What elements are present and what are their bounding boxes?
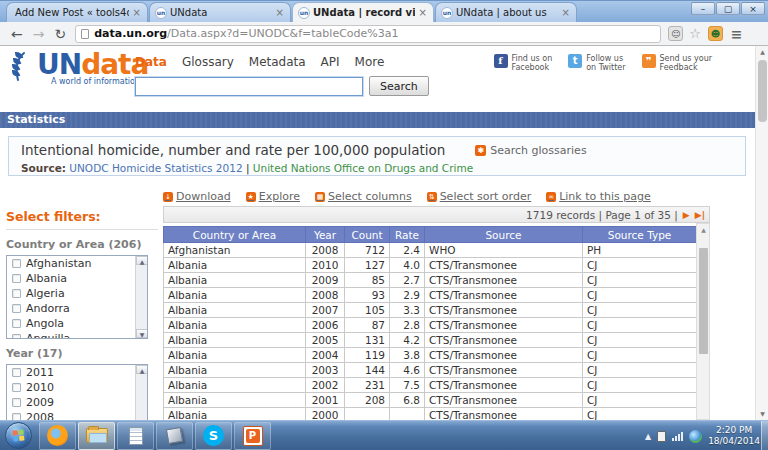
scroll-down-icon[interactable]: ▼ — [136, 329, 148, 338]
filter-listbox[interactable]: 2011201020092008▲▼ — [6, 364, 148, 420]
source-link[interactable]: UNODC Homicide Statistics 2012 — [69, 162, 242, 174]
filter-option[interactable]: Andorra — [7, 301, 147, 316]
table-row[interactable]: Albania20041193.8CTS/TransmoneeCJ — [164, 348, 697, 363]
network-globe-icon[interactable] — [689, 430, 702, 443]
filter-option[interactable]: Anguilla — [7, 331, 147, 339]
checkbox[interactable] — [12, 413, 21, 420]
bookmark-star-icon[interactable]: ☆ — [689, 26, 701, 41]
social-link[interactable]: tFollow uson Twitter — [568, 54, 625, 72]
show-desktop-button[interactable] — [761, 421, 768, 450]
window-close-button[interactable]: × — [741, 2, 765, 15]
start-button[interactable] — [5, 422, 32, 449]
nav-item-more[interactable]: More — [355, 55, 385, 69]
checkbox[interactable] — [12, 319, 21, 328]
checkbox[interactable] — [12, 304, 21, 313]
checkbox[interactable] — [12, 274, 21, 283]
nav-item-data[interactable]: Data — [135, 55, 167, 69]
filter-option[interactable]: Algeria — [7, 286, 147, 301]
tray-expand-icon[interactable]: ▲ — [645, 432, 651, 441]
column-header[interactable]: Count — [345, 227, 390, 243]
column-header[interactable]: Source Type — [583, 227, 697, 243]
scroll-up-icon[interactable]: ▲ — [136, 365, 148, 374]
tab-close-icon[interactable]: × — [132, 7, 142, 18]
taskbar-skype-button[interactable]: S — [195, 422, 232, 450]
address-bar[interactable]: data.un.org/Data.aspx?d=UNODC&f=tableCod… — [75, 25, 661, 43]
next-page-icon[interactable]: ▶ — [683, 210, 690, 220]
social-link[interactable]: ❞Send us yourFeedback — [642, 54, 712, 72]
tray-clipboard-icon[interactable] — [657, 431, 666, 442]
tab-close-icon[interactable]: × — [561, 7, 571, 18]
search-input[interactable] — [135, 77, 363, 96]
taskbar-clock[interactable]: 2:20 PM 18/04/2014 — [708, 425, 760, 447]
tab-close-icon[interactable]: × — [275, 7, 285, 18]
table-row[interactable]: Albania20022317.5CTS/TransmoneeCJ — [164, 378, 697, 393]
window-maximize-button[interactable]: ▢ — [716, 2, 740, 15]
table-scroll-thumb[interactable] — [699, 248, 708, 354]
scroll-down-icon[interactable]: ▼ — [756, 408, 768, 420]
filter-option[interactable]: 2010 — [7, 380, 147, 395]
browser-tab[interactable]: unUNdata | record view | Inte× — [292, 2, 434, 22]
filter-option[interactable]: 2011 — [7, 365, 147, 380]
table-row[interactable]: Albania2000CTS/TransmoneeCJ — [164, 408, 697, 421]
table-row[interactable]: Albania20071053.3CTS/TransmoneeCJ — [164, 303, 697, 318]
page-scroll-thumb[interactable] — [758, 60, 767, 122]
forward-button[interactable]: → — [33, 24, 45, 44]
table-row[interactable]: Albania20012086.8CTS/TransmoneeCJ — [164, 393, 697, 408]
filter-option[interactable]: Angola — [7, 316, 147, 331]
extension-icon[interactable]: ☺ — [668, 26, 683, 41]
back-button[interactable]: ← — [11, 24, 23, 44]
table-row[interactable]: Albania20051314.2CTS/TransmoneeCJ — [164, 333, 697, 348]
action-link-to-this-page[interactable]: ∞Link to this page — [546, 190, 651, 203]
column-header[interactable]: Country or Area — [164, 227, 306, 243]
checkbox[interactable] — [12, 334, 21, 339]
taskbar-explorer-button[interactable] — [78, 422, 115, 450]
nav-item-glossary[interactable]: Glossary — [182, 55, 234, 69]
browser-tab[interactable]: unUNdata | about us× — [435, 2, 577, 22]
column-header[interactable]: Rate — [390, 227, 425, 243]
network-signal-icon[interactable] — [672, 432, 683, 441]
listbox-scrollbar[interactable]: ▲▼ — [135, 365, 147, 420]
table-row[interactable]: Albania20101274.0CTS/TransmoneeCJ — [164, 258, 697, 273]
taskbar-firefox-button[interactable] — [39, 422, 76, 450]
checkbox[interactable] — [12, 289, 21, 298]
table-row[interactable]: Afghanistan20087122.4WHOPH — [164, 243, 697, 258]
reload-button[interactable]: ↻ — [54, 24, 66, 44]
extension2-icon[interactable]: ☻ — [708, 26, 723, 41]
browser-tab[interactable]: unUNdata× — [149, 2, 291, 22]
taskbar-powerpoint-button[interactable]: P — [234, 422, 271, 450]
undata-logo[interactable]: UNdata A world of information — [10, 50, 148, 86]
filter-option[interactable]: Afghanistan — [7, 256, 147, 271]
listbox-scrollbar[interactable]: ▲▼ — [135, 256, 147, 338]
taskbar-notepad-button[interactable] — [117, 422, 154, 450]
filter-option[interactable]: 2008 — [7, 410, 147, 420]
scroll-up-icon[interactable]: ▲ — [136, 256, 148, 265]
action-select-columns[interactable]: ▦Select columns — [315, 190, 412, 203]
nav-item-api[interactable]: API — [321, 55, 340, 69]
action-download[interactable]: ↓Download — [163, 190, 231, 203]
column-header[interactable]: Source — [425, 227, 583, 243]
filter-option[interactable]: Albania — [7, 271, 147, 286]
filter-option[interactable]: 2009 — [7, 395, 147, 410]
window-minimize-button[interactable]: – — [691, 2, 715, 15]
scroll-up-icon[interactable]: ▲ — [697, 226, 710, 233]
action-select-sort-order[interactable]: ⇅Select sort order — [427, 190, 532, 203]
checkbox[interactable] — [12, 383, 21, 392]
search-button[interactable]: Search — [369, 76, 429, 96]
checkbox[interactable] — [12, 398, 21, 407]
table-row[interactable]: Albania20031444.6CTS/TransmoneeCJ — [164, 363, 697, 378]
filter-listbox[interactable]: AfghanistanAlbaniaAlgeriaAndorraAngolaAn… — [6, 255, 148, 339]
page-scrollbar[interactable]: ▲ ▼ — [755, 46, 768, 420]
table-row[interactable]: Albania2008932.9CTS/TransmoneeCJ — [164, 288, 697, 303]
action-explore[interactable]: ★Explore — [246, 190, 300, 203]
nav-item-metadata[interactable]: Metadata — [249, 55, 306, 69]
tab-close-icon[interactable]: × — [418, 7, 428, 18]
taskbar-media-button[interactable] — [156, 422, 193, 450]
social-link[interactable]: fFind us onFacebook — [494, 54, 553, 72]
scroll-up-icon[interactable]: ▲ — [756, 46, 768, 58]
chrome-menu-icon[interactable]: ≡ — [731, 26, 743, 42]
table-row[interactable]: Albania2006872.8CTS/TransmoneeCJ — [164, 318, 697, 333]
checkbox[interactable] — [12, 259, 21, 268]
last-page-icon[interactable]: ▶| — [695, 210, 705, 220]
checkbox[interactable] — [12, 368, 21, 377]
browser-tab[interactable]: Add New Post « tools4dev× — [6, 2, 148, 22]
